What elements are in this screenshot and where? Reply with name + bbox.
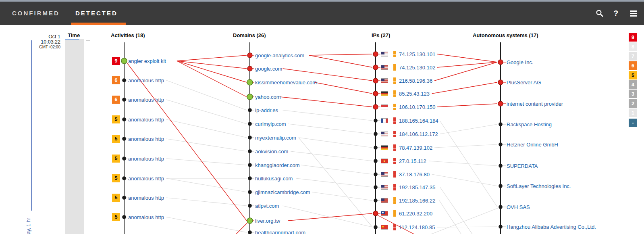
autonomous-system-label[interactable]: Google Inc. — [507, 59, 534, 65]
activities-node[interactable] — [122, 98, 126, 102]
ips-node[interactable] — [374, 185, 378, 189]
ip-label[interactable]: 78.47.139.102 — [399, 145, 432, 151]
domain-label[interactable]: gjimnazicambridge.com — [255, 189, 310, 195]
ip-label[interactable]: 192.185.147.35 — [399, 184, 435, 190]
domains-node[interactable] — [247, 94, 253, 100]
ip-label[interactable]: 188.165.164.184 — [399, 118, 438, 124]
domains-node[interactable] — [247, 66, 252, 71]
domain-label[interactable]: curlmyip.com — [255, 121, 286, 127]
domains-node[interactable] — [248, 136, 252, 140]
activities-node[interactable] — [122, 137, 126, 141]
activities-node[interactable] — [122, 215, 126, 219]
domains-node[interactable] — [248, 190, 252, 194]
domains-node[interactable] — [248, 122, 252, 126]
ips-node[interactable] — [374, 146, 378, 150]
activity-label[interactable]: angler exploit kit — [128, 58, 166, 64]
domain-label[interactable]: khanggiaorder.com — [255, 162, 300, 168]
activities-node[interactable] — [121, 58, 127, 64]
risk-filter-badge-5[interactable]: 5 — [629, 71, 637, 79]
ip-label[interactable]: 216.58.196.36 — [399, 78, 432, 84]
risk-filter-badge-1[interactable]: 1 — [629, 109, 637, 117]
domain-label[interactable]: healthcaringmart.com — [255, 230, 305, 234]
activity-label[interactable]: anomalous http — [128, 156, 164, 162]
domain-label[interactable]: google.com — [255, 66, 282, 72]
activity-label[interactable]: anomalous http — [128, 176, 164, 182]
risk-filter-badge-9[interactable]: 9 — [629, 33, 637, 42]
domain-label[interactable]: google-analytics.com — [255, 52, 304, 58]
ip-label[interactable]: 27.0.15.112 — [399, 158, 426, 164]
risk-filter-badge-8[interactable]: 8 — [629, 42, 637, 51]
domains-node[interactable] — [248, 230, 252, 234]
as-node[interactable] — [499, 164, 503, 168]
activity-label[interactable]: anomalous http — [128, 117, 164, 123]
domains-node[interactable] — [248, 176, 252, 180]
risk-filter-badge-2[interactable]: 2 — [629, 99, 637, 108]
ips-node[interactable] — [373, 52, 378, 56]
ips-node[interactable] — [373, 91, 378, 96]
domain-label[interactable]: yahoo.com — [255, 94, 281, 100]
ips-node[interactable] — [374, 119, 378, 123]
ip-label[interactable]: 37.18.176.80 — [399, 171, 430, 178]
ip-label[interactable]: 61.220.32.200 — [399, 211, 432, 217]
ips-node[interactable] — [373, 78, 378, 83]
as-node[interactable] — [499, 184, 503, 188]
activities-node[interactable] — [122, 117, 126, 121]
autonomous-system-label[interactable]: Rackspace Hosting — [507, 121, 552, 127]
ips-node[interactable] — [374, 172, 378, 176]
domain-label[interactable]: aokvision.com — [255, 148, 288, 155]
activities-node[interactable] — [122, 196, 126, 200]
domain-label[interactable]: kissimmeehomevalue.com — [255, 79, 317, 86]
activity-label[interactable]: anomalous http — [128, 136, 164, 142]
ip-label[interactable]: 74.125.130.101 — [399, 51, 435, 57]
as-node[interactable] — [498, 60, 503, 65]
risk-filter-badge-3[interactable]: 3 — [629, 90, 637, 98]
as-node[interactable] — [498, 101, 503, 106]
ip-label[interactable]: 106.10.170.150 — [399, 104, 435, 110]
as-node[interactable] — [499, 142, 503, 146]
autonomous-system-label[interactable]: OVH SAS — [507, 204, 530, 210]
domain-label[interactable]: hullukusagi.com — [255, 176, 293, 182]
ip-label[interactable]: 184.106.112.172 — [399, 131, 438, 137]
as-node[interactable] — [499, 205, 503, 209]
activities-node[interactable] — [122, 78, 126, 82]
risk-filter-badge-6[interactable]: 6 — [629, 61, 637, 70]
domains-node[interactable] — [247, 79, 253, 85]
activity-label[interactable]: anomalous http — [128, 77, 164, 84]
ips-node[interactable] — [373, 65, 378, 70]
domains-node[interactable] — [248, 108, 252, 112]
autonomous-system-label[interactable]: internet content provider — [507, 101, 563, 107]
activities-node[interactable] — [122, 176, 126, 180]
autonomous-system-label[interactable]: Hetzner Online GmbH — [507, 142, 558, 148]
autonomous-system-label[interactable]: Hangzhou Alibaba Advertising Co.,Ltd. — [507, 224, 596, 230]
ips-node[interactable] — [374, 132, 378, 136]
domain-label[interactable]: myexternalip.com — [255, 135, 296, 141]
domains-node[interactable] — [247, 53, 252, 58]
ip-label[interactable]: 85.25.43.123 — [399, 91, 430, 97]
activity-label[interactable]: anomalous http — [128, 97, 164, 103]
risk-filter-badge-4[interactable]: 4 — [629, 80, 637, 89]
ips-node[interactable] — [374, 159, 378, 163]
risk-filter-badge--[interactable]: - — [629, 119, 637, 127]
activity-label[interactable]: anomalous http — [128, 195, 164, 201]
domain-label[interactable]: liver.org.tw — [255, 218, 280, 224]
ip-label[interactable]: 112.124.180.85 — [399, 224, 435, 230]
ip-label[interactable]: 74.125.130.102 — [399, 65, 435, 71]
ips-node[interactable] — [373, 104, 378, 109]
ips-node[interactable] — [374, 225, 378, 229]
activities-node[interactable] — [122, 157, 126, 161]
as-node[interactable] — [498, 80, 503, 85]
risk-filter-badge-7[interactable]: 7 — [629, 52, 637, 61]
domain-label[interactable]: ip-addr.es — [255, 107, 278, 113]
as-node[interactable] — [499, 122, 503, 126]
autonomous-system-label[interactable]: SUPERDATA — [507, 163, 538, 169]
ip-label[interactable]: 192.185.166.22 — [399, 198, 435, 204]
domains-node[interactable] — [247, 218, 253, 224]
ips-node[interactable] — [373, 211, 378, 216]
domains-node[interactable] — [248, 163, 252, 167]
domains-node[interactable] — [248, 149, 252, 153]
autonomous-system-label[interactable]: PlusServer AG — [507, 79, 541, 86]
activity-label[interactable]: anomalous http — [128, 214, 164, 220]
domains-node[interactable] — [248, 204, 252, 208]
as-node[interactable] — [499, 225, 503, 229]
autonomous-system-label[interactable]: SoftLayer Technologies Inc. — [507, 183, 571, 189]
